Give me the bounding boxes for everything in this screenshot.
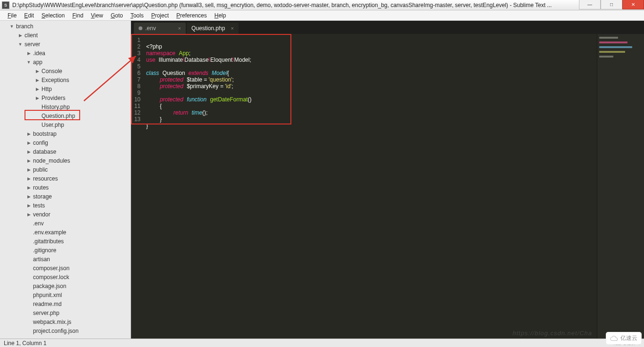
tree-item-app[interactable]: app (0, 58, 131, 66)
tree-item--gitignore[interactable]: .gitignore (0, 246, 131, 255)
tree-item-label: Http (41, 86, 52, 92)
tree-item--env[interactable]: .env (0, 219, 131, 228)
code-token: protected (160, 76, 183, 83)
tree-item--idea[interactable]: .idea (0, 49, 131, 58)
tree-item-label: Question.php (41, 113, 75, 119)
code-area: 12345678910111213 <?php namespace App; u… (131, 34, 644, 339)
folder-twisty-icon[interactable] (26, 203, 31, 208)
tab-question-php[interactable]: Question.php× (187, 23, 239, 34)
tree-item-label: webpack.mix.js (33, 319, 71, 325)
menu-tools[interactable]: Tools (127, 11, 148, 20)
menu-project[interactable]: Project (148, 11, 173, 20)
folder-twisty-icon[interactable] (26, 51, 31, 56)
menu-edit[interactable]: Edit (20, 11, 38, 20)
tree-item-history-php[interactable]: History.php (0, 102, 131, 111)
tree-item-webpack-mix-js[interactable]: webpack.mix.js (0, 317, 131, 326)
tree-item-label: config (33, 140, 48, 146)
folder-twisty-icon[interactable] (9, 24, 14, 29)
tree-item-composer-lock[interactable]: composer.lock (0, 273, 131, 281)
menu-find[interactable]: Find (68, 11, 87, 20)
tree-item-user-php[interactable]: User.php (0, 120, 131, 129)
menu-preferences[interactable]: Preferences (173, 11, 211, 20)
menu-selection[interactable]: Selection (38, 11, 68, 20)
code-token: 'id' (225, 83, 231, 90)
status-cursor-position: Line 1, Column 1 (4, 340, 47, 347)
tree-item-label: package.json (33, 283, 66, 289)
minimize-button[interactable]: — (579, 0, 601, 9)
editor-pane: .env×Question.php× 12345678910111213 <?p… (131, 21, 644, 339)
menu-file[interactable]: File (4, 11, 20, 20)
tab-close-icon[interactable]: × (174, 25, 181, 31)
menu-goto[interactable]: Goto (107, 11, 127, 20)
folder-twisty-icon[interactable] (35, 78, 40, 83)
tree-item-project-config-json[interactable]: project.config.json (0, 326, 131, 335)
folder-twisty-icon[interactable] (26, 132, 31, 136)
tree-item-server[interactable]: server (0, 40, 131, 49)
tree-item-config[interactable]: config (0, 138, 131, 147)
tree-item-question-php[interactable]: Question.php (0, 111, 131, 120)
code-token: ; (189, 50, 190, 57)
folder-twisty-icon[interactable] (35, 69, 40, 74)
tab--env[interactable]: .env× (134, 23, 186, 34)
line-number: 9 (131, 90, 140, 96)
line-number: 3 (131, 50, 140, 57)
tree-item-client[interactable]: client (0, 31, 131, 40)
folder-twisty-icon[interactable] (26, 149, 31, 154)
folder-twisty-icon[interactable] (35, 96, 40, 100)
tree-item-label: Exceptions (41, 77, 69, 83)
tab-close-icon[interactable]: × (227, 25, 234, 31)
folder-twisty-icon[interactable] (26, 194, 31, 199)
minimap[interactable] (597, 34, 644, 339)
tree-item-label: .env.example (33, 229, 66, 236)
maximize-button[interactable]: □ (601, 0, 622, 9)
tree-item-server-php[interactable]: server.php (0, 308, 131, 317)
code-token: $primaryKey (187, 83, 218, 90)
tree-item-vendor[interactable]: vendor (0, 210, 131, 219)
tree-item-storage[interactable]: storage (0, 192, 131, 201)
folder-twisty-icon[interactable] (26, 158, 31, 163)
tree-item-label: phpunit.xml (33, 292, 62, 298)
tree-item-label: server.php (33, 310, 59, 316)
tree-item-phpunit-xml[interactable]: phpunit.xml (0, 290, 131, 299)
tree-item-branch[interactable]: branch (0, 22, 131, 31)
tree-item-exceptions[interactable]: Exceptions (0, 75, 131, 84)
tree-item-console[interactable]: Console (0, 66, 131, 75)
folder-twisty-icon[interactable] (35, 87, 40, 91)
close-button[interactable]: ✕ (622, 0, 644, 9)
tree-item-http[interactable]: Http (0, 84, 131, 93)
tree-item-routes[interactable]: routes (0, 183, 131, 192)
code-editor[interactable]: <?php namespace App; use Illuminate\Data… (143, 34, 597, 339)
tree-item-label: readme.md (33, 301, 62, 307)
line-gutter: 12345678910111213 (131, 34, 143, 339)
line-number: 12 (131, 109, 140, 116)
folder-twisty-icon[interactable] (26, 176, 31, 181)
tree-item-package-json[interactable]: package.json (0, 281, 131, 290)
code-token: function (187, 96, 206, 103)
tree-item-database[interactable]: database (0, 147, 131, 156)
line-number: 5 (131, 63, 140, 70)
folder-twisty-icon[interactable] (18, 42, 23, 47)
menu-help[interactable]: Help (211, 11, 230, 20)
code-token: ; (232, 76, 234, 83)
tree-item-readme-md[interactable]: readme.md (0, 299, 131, 308)
folder-twisty-icon[interactable] (18, 33, 23, 38)
tree-item-providers[interactable]: Providers (0, 93, 131, 102)
tree-item-node-modules[interactable]: node_modules (0, 156, 131, 165)
tree-item--env-example[interactable]: .env.example (0, 228, 131, 237)
folder-twisty-icon[interactable] (26, 212, 31, 217)
tree-item-tests[interactable]: tests (0, 201, 131, 210)
tree-item--gitattributes[interactable]: .gitattributes (0, 237, 131, 246)
tree-item-artisan[interactable]: artisan (0, 255, 131, 264)
folder-twisty-icon[interactable] (26, 185, 31, 190)
tree-item-composer-json[interactable]: composer.json (0, 264, 131, 273)
tree-item-public[interactable]: public (0, 165, 131, 174)
menu-view[interactable]: View (87, 11, 107, 20)
tree-item-bootstrap[interactable]: bootstrap (0, 129, 131, 138)
code-token: Model (212, 70, 227, 76)
folder-twisty-icon[interactable] (26, 140, 31, 145)
folder-twisty-icon[interactable] (26, 60, 31, 65)
code-token: return (173, 109, 188, 116)
tree-item-resources[interactable]: resources (0, 174, 131, 183)
line-number: 11 (131, 103, 140, 109)
folder-twisty-icon[interactable] (26, 167, 31, 172)
